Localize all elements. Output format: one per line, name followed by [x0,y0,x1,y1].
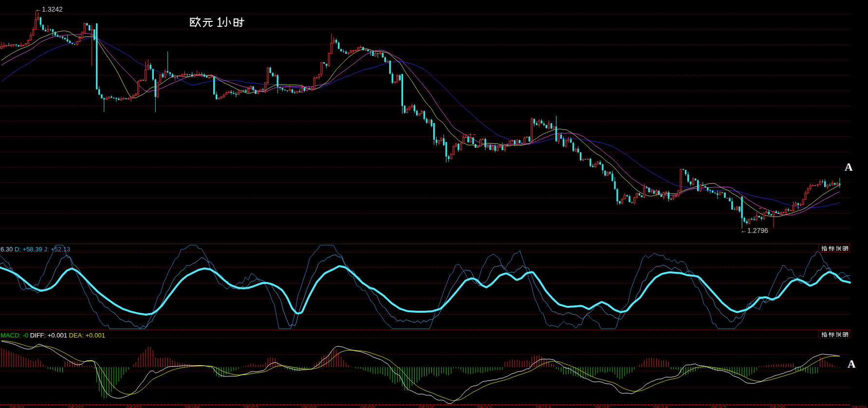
svg-text:05/16: 05/16 [653,405,668,408]
svg-text:←1.3242: ←1.3242 [35,5,63,13]
svg-text:05/08: 05/08 [301,405,316,408]
svg-text:05/20: 05/20 [770,405,785,408]
svg-text:05/01: 05/01 [9,405,24,408]
svg-text:6.30 D: +58.39 J: +52.13: 6.30 D: +58.39 J: +52.13 [0,246,70,253]
svg-text:05/06: 05/06 [185,405,200,408]
svg-text:05/02: 05/02 [68,405,83,408]
svg-text:05/14: 05/14 [536,405,551,408]
svg-text:05/09: 05/09 [360,405,375,408]
svg-text:A: A [845,161,853,173]
svg-text:05/15: 05/15 [594,405,609,408]
svg-text:MACD: -0 DIFF: +0.001 DEA: +0.: MACD: -0 DIFF: +0.001 DEA: +0.001 [0,332,105,339]
svg-text:05/13: 05/13 [477,405,492,408]
svg-text:05/03: 05/03 [126,405,141,408]
svg-text:05/21: 05/21 [851,405,867,408]
svg-text:A: A [848,358,856,370]
svg-text:←1.2796: ←1.2796 [740,227,768,234]
svg-text:05/07: 05/07 [243,405,258,408]
svg-text:05/17: 05/17 [711,405,726,408]
svg-text:05/10: 05/10 [418,405,433,408]
